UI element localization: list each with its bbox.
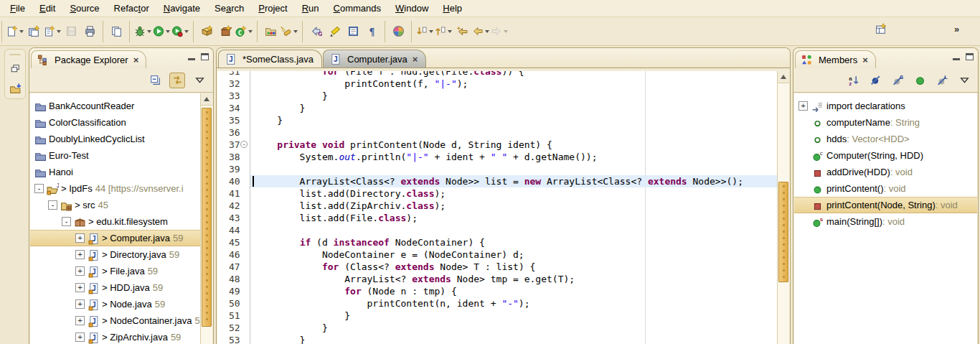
package-explorer-tab[interactable]: Package Explorer × xyxy=(31,50,146,68)
menu-file[interactable]: File xyxy=(3,1,32,15)
members-tab[interactable]: Members × xyxy=(795,50,876,68)
new-class-button[interactable]: C xyxy=(235,23,253,40)
print-button[interactable] xyxy=(81,23,98,40)
scroll-up-icon[interactable] xyxy=(201,93,212,106)
tree-item[interactable]: +J> Directory.java59 xyxy=(30,246,200,263)
forward-button[interactable] xyxy=(491,23,508,40)
search-button[interactable] xyxy=(281,23,298,40)
member-item[interactable]: printContent() : void xyxy=(794,180,977,197)
menu-navigate[interactable]: Navigate xyxy=(156,1,207,15)
menu-help[interactable]: Help xyxy=(435,1,469,15)
new-package-button[interactable] xyxy=(217,23,234,40)
menu-edit[interactable]: Edit xyxy=(32,1,62,15)
dropdown-arrow-icon[interactable] xyxy=(147,30,151,33)
editor-tab--someclass-java[interactable]: J*SomeClass.java xyxy=(218,50,322,68)
restore-views-button[interactable] xyxy=(8,61,22,75)
code-line-38[interactable]: 38 System.out.println("|-" + ident + " "… xyxy=(217,151,777,163)
scroll-up-icon[interactable] xyxy=(778,71,789,83)
next-annotation-button[interactable] xyxy=(416,23,433,40)
expand-icon[interactable]: + xyxy=(75,233,85,243)
menu-refactor[interactable]: Refactor xyxy=(107,1,156,15)
code-line-44[interactable]: 44 xyxy=(217,224,777,236)
toolbar-overflow-button[interactable]: » xyxy=(951,23,963,38)
member-item[interactable]: computerName : String xyxy=(794,114,977,131)
menu-commands[interactable]: Commands xyxy=(326,1,388,15)
member-item[interactable]: +import declarations xyxy=(794,98,977,114)
dropdown-arrow-icon[interactable] xyxy=(19,30,24,33)
open-perspective-button[interactable] xyxy=(875,23,887,38)
expand-icon[interactable]: + xyxy=(75,250,85,259)
back-button[interactable] xyxy=(472,23,489,40)
line-number[interactable]: 32 xyxy=(217,78,250,90)
line-number[interactable]: 35 xyxy=(217,114,250,126)
code-line-31[interactable]: 31 for (File f : hdd.get(File.class)) { xyxy=(217,71,777,78)
minimize-button[interactable] xyxy=(188,58,195,60)
line-number[interactable]: 53 xyxy=(217,334,250,344)
line-number[interactable]: 49 xyxy=(217,285,250,297)
open-type-button[interactable] xyxy=(262,23,279,40)
dropdown-arrow-icon[interactable] xyxy=(57,30,61,33)
line-number[interactable]: 39 xyxy=(217,163,250,175)
expand-icon[interactable]: + xyxy=(75,266,85,276)
tree-item[interactable]: +J> File.java59 xyxy=(30,263,200,279)
tree-item[interactable]: ColorClassification xyxy=(30,114,200,131)
expand-icon[interactable]: + xyxy=(75,316,85,325)
tree-item[interactable]: -J> IpdFs44 [https://svnserver.i xyxy=(30,180,200,197)
dropdown-arrow-icon[interactable] xyxy=(248,30,253,33)
hide-static-button[interactable]: S xyxy=(890,73,905,88)
code-line-50[interactable]: 50 printContent(n, ident + "-"); xyxy=(217,297,777,310)
line-number[interactable]: 40 xyxy=(217,175,250,187)
package-explorer-scrollbar[interactable] xyxy=(200,93,212,344)
expand-icon[interactable]: + xyxy=(75,299,85,309)
save-button[interactable] xyxy=(62,23,80,40)
profile-button[interactable] xyxy=(171,23,189,40)
dropdown-arrow-icon[interactable] xyxy=(485,30,489,33)
minimize-button[interactable] xyxy=(953,58,960,60)
menu-run[interactable]: Run xyxy=(295,1,326,15)
show-public-button[interactable] xyxy=(912,73,928,88)
run-button[interactable] xyxy=(153,23,170,40)
code-line-42[interactable]: 42 list.add(ZipArchiv.class); xyxy=(217,200,777,212)
menu-project[interactable]: Project xyxy=(251,1,294,15)
tree-item[interactable]: +J> Node.java59 xyxy=(30,296,200,312)
collapse-icon[interactable]: - xyxy=(48,200,57,210)
highlighter-button[interactable] xyxy=(326,23,343,40)
code-line-52[interactable]: 52 } xyxy=(217,322,777,334)
fast-view-handle[interactable] xyxy=(9,54,21,55)
prev-annotation-button[interactable] xyxy=(435,23,452,40)
view-menu-button[interactable] xyxy=(956,73,972,88)
last-edit-location-button[interactable] xyxy=(453,23,471,40)
menu-search[interactable]: Search xyxy=(207,1,251,15)
dropdown-arrow-icon[interactable] xyxy=(184,30,189,33)
line-number[interactable]: 52 xyxy=(217,322,250,334)
line-number[interactable]: 42 xyxy=(217,200,250,212)
menu-window[interactable]: Window xyxy=(388,1,435,15)
line-number[interactable]: 46 xyxy=(217,248,250,261)
code-line-51[interactable]: 51 } xyxy=(217,310,777,322)
close-icon[interactable]: × xyxy=(413,54,418,65)
fold-collapse-icon[interactable]: - xyxy=(240,141,248,148)
maximize-button[interactable] xyxy=(201,53,209,60)
line-number[interactable]: 41 xyxy=(217,187,250,200)
code-area[interactable]: 31 for (File f : hdd.get(File.class)) {3… xyxy=(217,71,777,344)
code-line-40[interactable]: 40 ArrayList<Class<? extends Node>> list… xyxy=(217,175,777,187)
code-line-43[interactable]: 43 list.add(File.class); xyxy=(217,212,777,224)
line-number[interactable]: 37- xyxy=(217,139,250,151)
line-number[interactable]: 48 xyxy=(217,273,250,285)
code-line-37[interactable]: 37- private void printContent(Node d, St… xyxy=(217,139,777,151)
dropdown-arrow-icon[interactable] xyxy=(504,30,508,33)
scrollbar-thumb[interactable] xyxy=(778,182,788,282)
dropdown-arrow-icon[interactable] xyxy=(166,30,170,33)
code-line-32[interactable]: 32 printContent(f, "|-"); xyxy=(217,78,777,90)
tree-item[interactable]: Hanoi xyxy=(30,164,200,180)
tree-item[interactable]: DoublyLinkedCyclicList xyxy=(30,131,200,147)
code-line-47[interactable]: 47 for (Class<? extends Node> T : list) … xyxy=(217,261,777,273)
collapse-icon[interactable]: - xyxy=(34,184,44,193)
tree-item[interactable]: +J> HDD.java59 xyxy=(30,279,200,296)
editor-tab-computer-java[interactable]: JComputer.java× xyxy=(323,50,426,68)
collapse-icon[interactable]: - xyxy=(62,217,71,226)
close-icon[interactable]: × xyxy=(862,55,868,65)
console-button[interactable] xyxy=(344,23,362,40)
line-number[interactable]: 38 xyxy=(217,151,250,163)
expand-icon[interactable]: + xyxy=(75,333,85,342)
